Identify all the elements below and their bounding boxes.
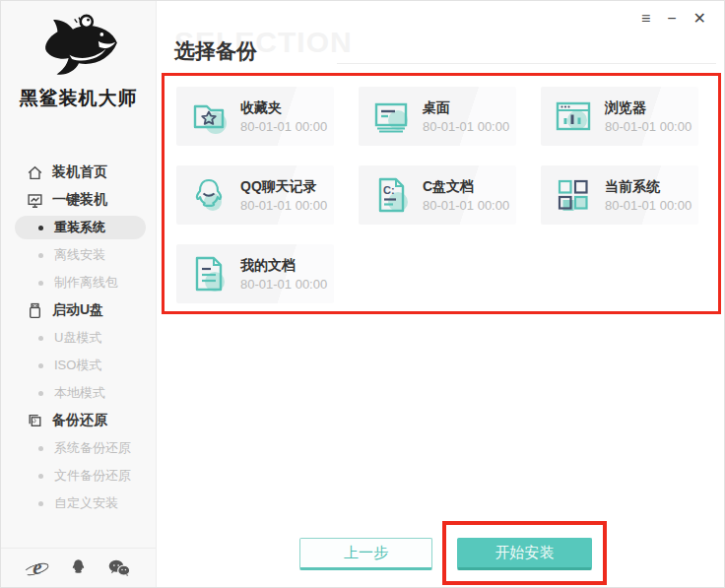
bullet-dot: [38, 501, 43, 506]
wechat-icon[interactable]: [107, 557, 131, 579]
browser-icon: [552, 95, 595, 138]
backup-card-label: 浏览器: [605, 98, 692, 117]
backup-card-label: QQ聊天记录: [240, 177, 327, 196]
sidebar: 黑鲨装机大师 装机首页 一键装机 重装系统 离线安装: [1, 1, 157, 587]
qq-icon[interactable]: [66, 557, 90, 579]
c-drive-document-icon: C:: [369, 173, 413, 217]
backup-card-date: 80-01-01 00:00: [423, 119, 509, 134]
sidebar-item-label: 离线安装: [54, 246, 105, 264]
close-button[interactable]: ✕: [692, 9, 708, 29]
bullet-dot: [38, 281, 43, 286]
sidebar-item-label: ISO模式: [54, 357, 101, 374]
bullet-dot: [38, 226, 43, 230]
backup-card-c-drive-docs[interactable]: C: C盘文档 80-01-01 00:00: [359, 165, 516, 225]
sidebar-item-usb-mode[interactable]: U盘模式: [1, 324, 156, 352]
sidebar-footer: e: [1, 548, 156, 587]
sidebar-item-system-backup-restore[interactable]: 系统备份还原: [1, 434, 156, 462]
window-controls: ≡ − ✕: [639, 9, 708, 29]
sidebar-item-make-offline-pack[interactable]: 制作离线包: [1, 269, 156, 296]
title-divider: [337, 63, 716, 64]
backup-card-label: C盘文档: [423, 177, 509, 196]
bullet-dot: [38, 446, 43, 451]
backup-card-qq-history[interactable]: QQ聊天记录 80-01-01 00:00: [176, 165, 334, 225]
backup-card-browser[interactable]: 浏览器 80-01-01 00:00: [541, 87, 698, 146]
backup-restore-icon: [27, 413, 43, 429]
backup-card-date: 80-01-01 00:00: [240, 119, 327, 134]
backup-card-date: 80-01-01 00:00: [423, 198, 509, 213]
sidebar-item-label: 文件备份还原: [54, 467, 131, 485]
sidebar-item-boot-usb[interactable]: 启动U盘: [1, 296, 156, 324]
sidebar-item-label: 一键装机: [52, 191, 107, 209]
sidebar-item-label: 备份还原: [52, 412, 107, 429]
backup-card-date: 80-01-01 00:00: [605, 198, 692, 213]
app-window: 黑鲨装机大师 装机首页 一键装机 重装系统 离线安装: [0, 0, 725, 588]
sidebar-item-label: 系统备份还原: [54, 439, 131, 457]
app-logo: 黑鲨装机大师: [1, 1, 156, 111]
sidebar-item-label: 自定义安装: [54, 494, 118, 512]
backup-card-current-system[interactable]: 当前系统 80-01-01 00:00: [541, 165, 698, 225]
sidebar-item-local-mode[interactable]: 本地模式: [1, 379, 156, 407]
usb-drive-icon: [27, 302, 43, 319]
sidebar-item-iso-mode[interactable]: ISO模式: [1, 352, 156, 379]
sidebar-item-label: 重装系统: [54, 219, 105, 236]
monitor-chart-icon: [27, 192, 43, 209]
backup-card-grid: 收藏夹 80-01-01 00:00 桌面 80-01-01 0: [176, 87, 698, 303]
sidebar-item-install-home[interactable]: 装机首页: [1, 159, 156, 186]
favorites-folder-icon: [187, 95, 231, 138]
backup-card-desktop[interactable]: 桌面 80-01-01 00:00: [359, 87, 516, 146]
bullet-dot: [38, 391, 43, 396]
sidebar-item-label: 制作离线包: [54, 274, 118, 292]
my-documents-icon: [187, 252, 231, 295]
sidebar-item-label: 启动U盘: [52, 301, 103, 319]
main-content: ≡ − ✕ SELECTION 选择备份 收藏夹 80-01-01 00:00: [157, 1, 724, 587]
sidebar-item-reinstall-system[interactable]: 重装系统: [15, 216, 146, 239]
backup-card-favorites[interactable]: 收藏夹 80-01-01 00:00: [176, 87, 334, 146]
backup-card-my-documents[interactable]: 我的文档 80-01-01 00:00: [176, 244, 334, 303]
sidebar-item-offline-install[interactable]: 离线安装: [1, 241, 156, 269]
sidebar-item-one-key-install[interactable]: 一键装机: [1, 186, 156, 214]
minimize-button[interactable]: −: [665, 9, 678, 29]
qq-penguin-icon: [187, 173, 231, 217]
ie-browser-icon[interactable]: e: [26, 557, 49, 579]
svg-text:C:: C:: [383, 184, 395, 196]
app-title: 黑鲨装机大师: [1, 86, 156, 111]
home-icon: [27, 164, 43, 181]
window-menu-button[interactable]: ≡: [639, 9, 652, 29]
sidebar-item-custom-install[interactable]: 自定义安装: [1, 490, 156, 517]
backup-card-date: 80-01-01 00:00: [605, 119, 692, 134]
page-title: 选择备份: [174, 37, 257, 65]
current-system-icon: [552, 173, 595, 217]
backup-card-label: 当前系统: [605, 177, 692, 196]
sidebar-item-file-backup-restore[interactable]: 文件备份还原: [1, 462, 156, 490]
sidebar-item-backup-restore[interactable]: 备份还原: [1, 407, 156, 434]
previous-step-button[interactable]: 上一步: [299, 538, 432, 570]
sidebar-menu: 装机首页 一键装机 重装系统 离线安装 制作离线包: [1, 159, 156, 517]
backup-card-label: 我的文档: [240, 256, 327, 275]
sidebar-item-label: 本地模式: [54, 384, 105, 402]
start-install-button[interactable]: 开始安装: [457, 538, 592, 570]
sidebar-item-label: U盘模式: [54, 329, 101, 347]
backup-card-label: 收藏夹: [240, 98, 327, 117]
bullet-dot: [38, 363, 43, 368]
backup-card-date: 80-01-01 00:00: [240, 277, 327, 292]
bullet-dot: [38, 474, 43, 479]
backup-card-label: 桌面: [423, 98, 509, 117]
desktop-icon: [369, 95, 413, 138]
sidebar-item-label: 装机首页: [52, 163, 107, 181]
shark-logo-icon: [1, 9, 156, 84]
backup-card-date: 80-01-01 00:00: [240, 198, 327, 213]
bullet-dot: [38, 336, 43, 341]
bullet-dot: [38, 253, 43, 258]
